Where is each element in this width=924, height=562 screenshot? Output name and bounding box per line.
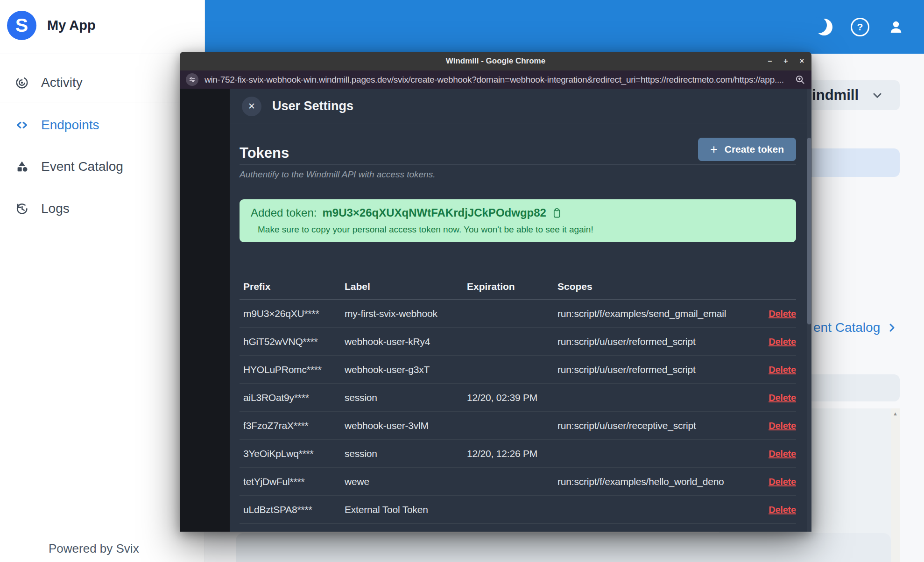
page-scrollbar[interactable]: ▲ <box>891 408 900 562</box>
powered-by-svix: Powered by Svix <box>49 541 139 556</box>
scroll-up-arrow-icon[interactable]: ▲ <box>893 411 898 416</box>
close-icon[interactable]: ✕ <box>242 97 261 116</box>
cell-scopes: run:script/u/user/reformed_script <box>554 336 759 347</box>
sidebar-item-label: Activity <box>41 75 83 90</box>
cell-label: webhook-user-kRy4 <box>341 336 463 347</box>
sidebar-item-logs[interactable]: Logs <box>0 196 205 222</box>
table-row: uLdBztSPA8**** External Tool Token Delet… <box>240 496 796 524</box>
sidebar-item-label: Endpoints <box>41 118 99 133</box>
event-catalog-link[interactable]: ent Catalog <box>813 320 897 335</box>
delete-token-link[interactable]: Delete <box>769 505 796 515</box>
maximize-button[interactable]: + <box>783 57 788 65</box>
cell-prefix: tetYjDwFul**** <box>240 476 341 487</box>
address-input[interactable]: win-752-fix-svix-webhook-win.windmill.pa… <box>205 75 789 85</box>
svix-logo-icon: S <box>7 11 36 40</box>
col-header-scopes: Scopes <box>554 281 759 292</box>
tokens-table: Prefix Label Expiration Scopes m9U3×26qX… <box>240 274 796 532</box>
cell-prefix: m9U3×26qXU**** <box>240 308 341 319</box>
app-header: ? <box>205 0 924 54</box>
banner-label: Added token: <box>251 206 317 219</box>
dimmed-page-background <box>180 89 230 532</box>
user-settings-drawer: ✕ User Settings Tokens + Create token Au… <box>230 89 811 532</box>
help-icon[interactable]: ? <box>851 18 869 36</box>
sidebar-divider <box>0 54 205 54</box>
section-divider <box>240 164 796 165</box>
background-code-panel <box>236 533 891 562</box>
cell-scopes: run:script/u/user/reformed_script <box>554 364 759 375</box>
window-title: Windmill - Google Chrome <box>446 56 545 66</box>
cell-prefix: f3FzoZ7raX**** <box>240 420 341 431</box>
delete-token-link[interactable]: Delete <box>769 477 796 487</box>
window-close-button[interactable]: × <box>800 57 804 65</box>
create-token-button[interactable]: + Create token <box>698 138 796 161</box>
chevron-right-icon <box>886 322 897 333</box>
workspace-name: indmill <box>812 87 859 104</box>
dark-mode-moon-icon[interactable] <box>816 19 832 35</box>
cell-prefix: 3YeOiKpLwq**** <box>240 448 341 459</box>
window-controls: – + × <box>768 52 804 70</box>
cell-label: webhook-user-g3xT <box>341 364 463 375</box>
delete-token-link[interactable]: Delete <box>769 309 796 319</box>
user-icon[interactable] <box>888 19 904 35</box>
banner-note: Make sure to copy your personal access t… <box>258 225 785 235</box>
app-brand: S My App <box>7 11 96 40</box>
delete-token-link[interactable]: Delete <box>769 365 796 375</box>
table-row: aiL3ROat9y**** session 12/20, 02:39 PM D… <box>240 384 796 412</box>
col-header-prefix: Prefix <box>240 281 341 292</box>
cell-scopes: run:script/f/examples/hello_world_deno <box>554 476 759 487</box>
cell-label: wewe <box>341 476 463 487</box>
cell-prefix: uLdBztSPA8**** <box>240 504 341 515</box>
screen: ? indmill ent Catalog ▲ S My App Activit… <box>0 0 924 562</box>
tune-icon <box>189 76 196 83</box>
copy-clipboard-icon[interactable] <box>552 208 562 218</box>
drawer-title: User Settings <box>272 99 353 113</box>
token-added-banner: Added token: m9U3×26qXUXqNWtFAKrdjJCkPOd… <box>240 199 796 242</box>
sidebar-divider <box>0 103 205 103</box>
cell-label: session <box>341 448 463 459</box>
tokens-subtitle: Authentify to the Windmill API with acce… <box>240 169 435 180</box>
table-row: 3YeOiKpLwq**** session 12/20, 12:26 PM D… <box>240 440 796 468</box>
cell-label: External Tool Token <box>341 504 463 515</box>
browser-scrollbar[interactable] <box>807 89 811 532</box>
banner-token-value: m9U3×26qXUXqNWtFAKrdjJCkPOdwgp82 <box>322 206 546 219</box>
table-row: HYOLuPRomc**** webhook-user-g3xT run:scr… <box>240 356 796 384</box>
cell-label: webhook-user-3vlM <box>341 420 463 431</box>
sidebar-item-activity[interactable]: Activity <box>0 70 205 96</box>
drawer-header: ✕ User Settings <box>230 89 811 124</box>
col-header-label: Label <box>341 281 463 292</box>
event-catalog-icon <box>15 160 29 174</box>
cell-expiration: 12/20, 02:39 PM <box>463 392 554 403</box>
delete-token-link[interactable]: Delete <box>769 449 796 459</box>
scrollbar-thumb[interactable] <box>807 138 811 324</box>
sidebar-item-endpoints[interactable]: Endpoints <box>0 112 205 138</box>
table-header-row: Prefix Label Expiration Scopes <box>240 274 796 300</box>
app-name: My App <box>47 18 96 33</box>
sidebar: S My App Activity Endpoints Event Catalo… <box>0 0 205 562</box>
table-row: m9U3×26qXU**** my-first-svix-webhook run… <box>240 300 796 328</box>
cell-prefix: HYOLuPRomc**** <box>240 364 341 375</box>
window-titlebar[interactable]: Windmill - Google Chrome – + × <box>180 52 811 70</box>
delete-token-link[interactable]: Delete <box>769 421 796 431</box>
sidebar-item-label: Logs <box>41 201 70 216</box>
cell-prefix: hGiT52wVNQ**** <box>240 336 341 347</box>
col-header-expiration: Expiration <box>463 281 554 292</box>
tokens-heading: Tokens <box>240 145 289 162</box>
sidebar-item-label: Event Catalog <box>41 159 123 174</box>
zoom-icon[interactable] <box>795 74 805 85</box>
activity-icon <box>15 76 29 90</box>
cell-label: session <box>341 392 463 403</box>
table-row: f3FzoZ7raX**** webhook-user-3vlM run:scr… <box>240 412 796 440</box>
sidebar-item-event-catalog[interactable]: Event Catalog <box>0 154 205 180</box>
cell-prefix: aiL3ROat9y**** <box>240 392 341 403</box>
cell-expiration: 12/20, 12:26 PM <box>463 448 554 459</box>
table-row: hGiT52wVNQ**** webhook-user-kRy4 run:scr… <box>240 328 796 356</box>
delete-token-link[interactable]: Delete <box>769 337 796 347</box>
site-settings-icon[interactable] <box>186 73 198 86</box>
cell-label: my-first-svix-webhook <box>341 308 463 319</box>
delete-token-link[interactable]: Delete <box>769 393 796 403</box>
chevron-down-icon <box>871 89 884 102</box>
browser-viewport: ✕ User Settings Tokens + Create token Au… <box>180 89 811 532</box>
plus-icon: + <box>710 143 718 156</box>
endpoints-icon <box>15 118 29 132</box>
minimize-button[interactable]: – <box>768 57 772 65</box>
